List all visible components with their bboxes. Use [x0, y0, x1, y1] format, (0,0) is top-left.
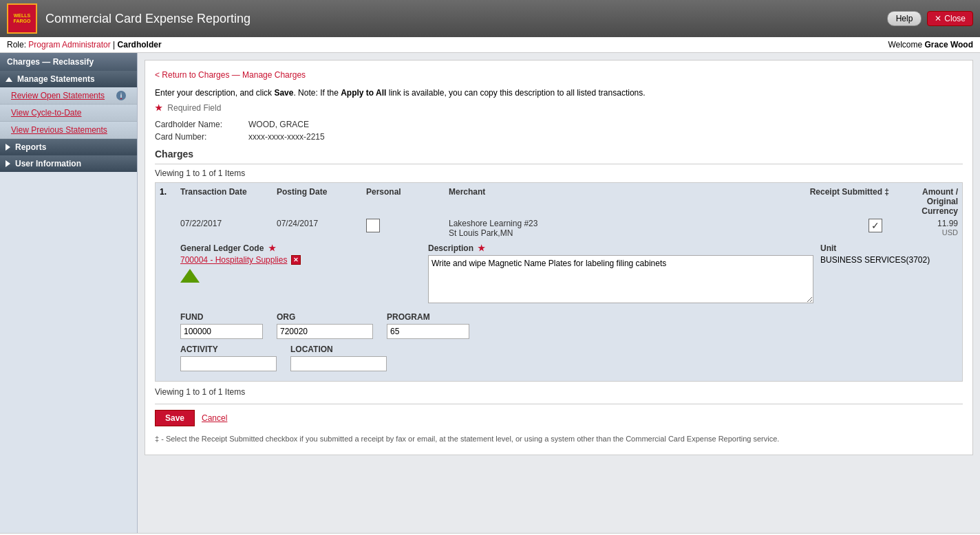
desc-section: Description ★ Write and wipe Magnetic Na… [428, 243, 813, 305]
header-right: Help ✕ Close [887, 11, 973, 26]
merchant-city: St Louis Park,MN [449, 228, 641, 238]
viewing-text-top: Viewing 1 to 1 of 1 Items [155, 168, 963, 178]
location-field: LOCATION [290, 345, 387, 371]
card-number-row: Card Number: xxxx-xxxx-xxxx-2215 [155, 132, 963, 142]
receipt-checkbox[interactable]: ✓ [869, 219, 882, 232]
col-header-trans-date: Transaction Date [180, 187, 277, 216]
wells-fargo-logo: WELLS FARGO [7, 3, 37, 34]
collapse-icon [6, 144, 10, 151]
required-star: ★ [155, 103, 162, 113]
currency-label: USD [889, 228, 958, 237]
program-input[interactable] [387, 324, 469, 339]
back-link-row: < Return to Charges — Manage Charges [155, 70, 963, 80]
gl-label: General Ledger Code ★ [180, 243, 421, 253]
charge-row-1: 1. Transaction Date Posting Date Person [156, 183, 962, 381]
save-cancel-bar: Save Cancel [155, 404, 963, 426]
instruction-text: Enter your description, and click Save. … [155, 87, 963, 99]
charge-number: 1. [156, 183, 176, 381]
description-textarea[interactable]: Write and wipe Magnetic Name Plates for … [428, 255, 813, 303]
fund-field: FUND [180, 312, 263, 339]
fund-org-prog-row: FUND ORG PROGRAM [180, 312, 958, 339]
card-number-value: xxxx-xxxx-xxxx-2215 [248, 132, 325, 142]
header: WELLS FARGO Commercial Card Expense Repo… [0, 0, 980, 37]
save-button[interactable]: Save [155, 410, 195, 426]
page-title-bar: Charges — Reclassify [0, 53, 137, 71]
app-title: Commercial Card Expense Reporting [45, 12, 251, 26]
amount-value: 11.99 [889, 219, 958, 228]
activity-location-row: ACTIVITY LOCATION [180, 345, 958, 371]
activity-label: ACTIVITY [180, 345, 277, 354]
header-left: WELLS FARGO Commercial Card Expense Repo… [7, 3, 251, 34]
unit-value: BUSINESS SERVICES(3702) [820, 255, 958, 265]
sidebar-item-cycle[interactable]: View Cycle-to-Date [0, 105, 137, 122]
location-input[interactable] [290, 356, 387, 371]
sidebar-section-manage[interactable]: Manage Statements [0, 71, 137, 87]
gl-required-star: ★ [268, 243, 276, 253]
gl-section: General Ledger Code ★ 700004 - Hospitali… [180, 243, 421, 283]
org-field: ORG [277, 312, 373, 339]
program-label: PROGRAM [387, 312, 469, 322]
info-icon: i [116, 91, 126, 100]
sidebar-item-prev[interactable]: View Previous Statements [0, 122, 137, 139]
required-field-note: ★ Required Field [155, 103, 963, 113]
sidebar-section-reports[interactable]: Reports [0, 139, 137, 155]
role-bar: Role: Program Administrator | Cardholder… [0, 37, 980, 53]
page-layout: Charges — Reclassify Manage Statements R… [0, 53, 980, 533]
fund-input[interactable] [180, 324, 263, 339]
fund-label: FUND [180, 312, 263, 322]
main-content: < Return to Charges — Manage Charges Ent… [138, 53, 980, 533]
program-admin-link[interactable]: Program Administrator [28, 40, 110, 50]
merchant-cell: Lakeshore Learning #23 St Louis Park,MN [449, 219, 641, 238]
personal-checkbox[interactable] [366, 219, 380, 232]
personal-checkbox-cell [366, 219, 449, 238]
col-header-merchant: Merchant [449, 187, 641, 216]
amount-cell: 11.99 USD [889, 219, 958, 238]
column-headers: Transaction Date Posting Date Personal M… [180, 187, 958, 216]
desc-label: Description ★ [428, 243, 813, 253]
col-header-posting-date: Posting Date [277, 187, 366, 216]
close-button[interactable]: ✕ Close [927, 11, 973, 26]
up-arrow-icon[interactable] [180, 269, 200, 283]
gl-link[interactable]: 700004 - Hospitality Supplies [180, 255, 287, 265]
sidebar: Charges — Reclassify Manage Statements R… [0, 53, 138, 533]
cardholder-value: WOOD, GRACE [248, 120, 309, 129]
org-input[interactable] [277, 324, 373, 339]
gl-row: 700004 - Hospitality Supplies ✕ [180, 255, 421, 265]
charges-table: 1. Transaction Date Posting Date Person [155, 182, 963, 382]
program-field: PROGRAM [387, 312, 469, 339]
unit-section: Unit BUSINESS SERVICES(3702) [820, 243, 958, 265]
trans-date-value: 07/22/2017 [180, 219, 277, 238]
activity-input[interactable] [180, 356, 277, 371]
close-x-icon: ✕ [935, 14, 941, 23]
col-header-receipt: Receipt Submitted ‡ [641, 187, 889, 216]
user-name: Grace Wood [925, 40, 973, 50]
viewing-text-bottom: Viewing 1 to 1 of 1 Items [155, 387, 963, 397]
org-label: ORG [277, 312, 373, 322]
gl-desc-unit-row: General Ledger Code ★ 700004 - Hospitali… [180, 243, 958, 305]
gl-delete-icon[interactable]: ✕ [291, 255, 301, 265]
collapse-icon-2 [6, 160, 10, 167]
sidebar-section-user[interactable]: User Information [0, 155, 137, 172]
location-label: LOCATION [290, 345, 387, 354]
merchant-name: Lakeshore Learning #23 [449, 219, 641, 228]
charge-details-cell: Transaction Date Posting Date Personal M… [176, 183, 962, 381]
unit-label: Unit [820, 243, 958, 253]
charges-section-title: Charges [155, 149, 963, 164]
cancel-link[interactable]: Cancel [202, 413, 227, 423]
role-info: Role: Program Administrator | Cardholder [7, 40, 162, 50]
col-header-personal: Personal [366, 187, 449, 216]
sidebar-item-review[interactable]: Review Open Statements i [0, 87, 137, 105]
welcome-message: Welcome Grace Wood [888, 40, 973, 50]
current-role: Cardholder [118, 40, 162, 50]
footnote: ‡ - Select the Receipt Submitted checkbo… [155, 433, 963, 445]
posting-date-value: 07/24/2017 [277, 219, 366, 238]
desc-required-star: ★ [478, 243, 485, 253]
back-link[interactable]: < Return to Charges — Manage Charges [155, 70, 306, 80]
receipt-checkbox-cell: ✓ [641, 219, 889, 238]
content-box: < Return to Charges — Manage Charges Ent… [145, 60, 973, 455]
cardholder-row: Cardholder Name: WOOD, GRACE [155, 120, 963, 129]
help-button[interactable]: Help [887, 11, 922, 26]
page-title: Charges — Reclassify [7, 57, 94, 67]
col-header-amount: Amount / Original Currency [889, 187, 958, 216]
expand-icon [6, 77, 12, 82]
